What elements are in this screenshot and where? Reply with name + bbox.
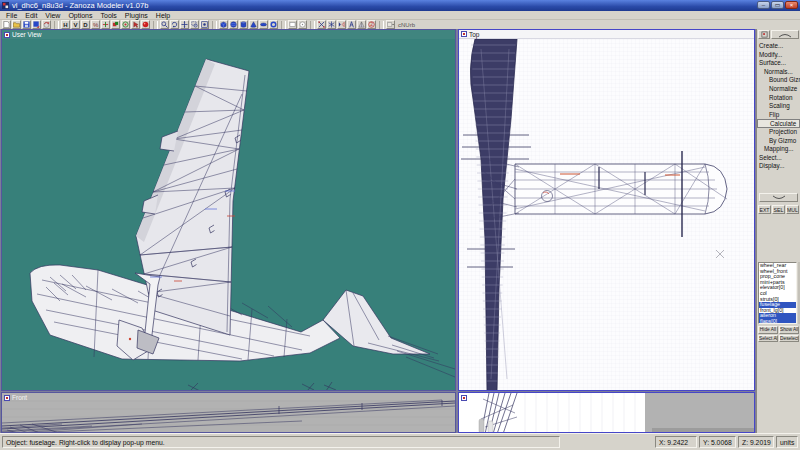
cylinder-button[interactable] (239, 20, 248, 29)
export-button[interactable] (32, 20, 41, 29)
command-calculate[interactable]: Calculate (757, 119, 800, 128)
top-caption[interactable]: Top (459, 30, 754, 39)
maximize-button[interactable]: ▭ (771, 1, 784, 9)
command-flip[interactable]: Flip (757, 111, 800, 120)
d-mode-button[interactable]: D (81, 20, 90, 29)
scale-tool-button[interactable] (317, 20, 326, 29)
zoom-extents-button[interactable] (200, 20, 209, 29)
open-button[interactable] (12, 20, 21, 29)
scroll-up-button[interactable] (771, 30, 799, 39)
new-button[interactable] (2, 20, 11, 29)
front-caption[interactable]: Front (2, 393, 455, 402)
viewport-menu-icon[interactable] (4, 395, 10, 401)
viewport-menu-icon[interactable] (461, 395, 467, 401)
viewport-top[interactable]: Top (458, 29, 755, 391)
menu-item-options[interactable]: Options (64, 11, 96, 20)
command-rotation[interactable]: Rotation (757, 94, 800, 103)
snap-button[interactable]: % (91, 20, 100, 29)
edit-mode-button[interactable] (121, 20, 130, 29)
cone-button[interactable] (249, 20, 258, 29)
menu-bar: FileEditViewOptionsToolsPluginsHelp (0, 11, 800, 20)
select-all-button[interactable]: Select All (758, 335, 778, 343)
sphere-button[interactable] (229, 20, 238, 29)
star-tool-button[interactable] (327, 20, 336, 29)
menu-item-plugins[interactable]: Plugins (121, 11, 152, 20)
axes-button[interactable] (101, 20, 110, 29)
box-icon (220, 21, 227, 28)
status-y-coordinate: Y: 5.0068 (699, 436, 736, 448)
render-button[interactable] (141, 20, 150, 29)
show-all-button[interactable]: Show All (779, 326, 799, 334)
command-by-gizmo[interactable]: By Gizmo (757, 137, 800, 146)
menu-item-view[interactable]: View (41, 11, 64, 20)
close-button[interactable]: × (785, 1, 798, 9)
object-row-flaps-0-[interactable]: flaps[0] (759, 319, 796, 324)
command-normalize[interactable]: Normalize (757, 85, 800, 94)
import-button[interactable] (42, 20, 51, 29)
object-list[interactable]: wheel_rearwheel_frontprop_conemini+parts… (758, 262, 797, 324)
uv2-tool-button[interactable]: 2 (367, 20, 376, 29)
menu-item-file[interactable]: File (2, 11, 21, 20)
h-mode-button[interactable]: H (61, 20, 70, 29)
viewport-front[interactable]: Front (1, 392, 456, 433)
user-view-canvas[interactable] (2, 39, 455, 391)
viewport-user-view[interactable]: User View (1, 29, 456, 391)
menu-item-help[interactable]: Help (152, 11, 174, 20)
command-modify[interactable]: Modify... (757, 51, 800, 60)
torus-button[interactable] (269, 20, 278, 29)
deselect-button[interactable]: Deselect (779, 335, 799, 343)
sphere-icon (230, 21, 237, 28)
command-surface[interactable]: Surface... (757, 59, 800, 68)
viewport-left-bottom[interactable] (458, 392, 755, 433)
select-mode-button[interactable] (131, 20, 140, 29)
ext-mode-button[interactable]: EXT (758, 205, 771, 214)
nurb-label: cNUrb (398, 22, 415, 28)
menu-item-edit[interactable]: Edit (21, 11, 41, 20)
rect-outline-button[interactable] (288, 20, 297, 29)
circle-outline-button[interactable] (298, 20, 307, 29)
scroll-down-button[interactable] (759, 193, 798, 202)
user-view-caption[interactable]: User View (2, 30, 455, 39)
mirror-tool-button[interactable] (337, 20, 346, 29)
command-scaling[interactable]: Scaling (757, 102, 800, 111)
toolbar-separator (153, 21, 158, 29)
command-projection[interactable]: Projection (757, 128, 800, 137)
save-button[interactable] (22, 20, 31, 29)
toolbar-separator (212, 21, 217, 29)
rotate-view-button[interactable] (170, 20, 179, 29)
viewport-menu-icon[interactable] (461, 31, 467, 37)
title-bar[interactable]: vl_dhc6_n8u3d - Zanoza Modeler v1.07b – … (0, 0, 800, 11)
hide-all-button[interactable]: Hide All (758, 326, 778, 334)
rect-outline-icon (289, 21, 296, 28)
config-icon (761, 31, 768, 38)
minimize-button[interactable]: – (757, 1, 770, 9)
faces-tool-button[interactable] (357, 20, 366, 29)
v-mode-button[interactable]: V (71, 20, 80, 29)
menu-item-tools[interactable]: Tools (97, 11, 121, 20)
command-list: Create...Modify...Surface...Normals...Bo… (757, 42, 800, 171)
app-window: vl_dhc6_n8u3d - Zanoza Modeler v1.07b – … (0, 0, 800, 450)
box-button[interactable] (219, 20, 228, 29)
bones-tool-button[interactable] (347, 20, 356, 29)
toolbar-separator (54, 21, 59, 29)
top-view-canvas[interactable] (459, 39, 754, 391)
command-display[interactable]: Display... (757, 162, 800, 171)
command-sidebar: Create...Modify...Surface...Normals...Bo… (756, 29, 800, 433)
command-normals[interactable]: Normals... (757, 68, 800, 77)
zoom-region-button[interactable] (190, 20, 199, 29)
window-title: vl_dhc6_n8u3d - Zanoza Modeler v1.07b (12, 0, 148, 11)
nurb-handle-button[interactable] (386, 20, 395, 29)
command-create[interactable]: Create... (757, 42, 800, 51)
zoom-button[interactable] (160, 20, 169, 29)
left-bottom-caption[interactable] (459, 393, 754, 402)
viewport-menu-icon[interactable] (4, 32, 10, 38)
sidebar-config-button[interactable] (758, 30, 770, 39)
command-mapping[interactable]: Mapping... (757, 145, 800, 154)
pan-button[interactable] (180, 20, 189, 29)
command-bound-gizmo[interactable]: Bound Gizmo (757, 76, 800, 85)
mul-mode-button[interactable]: MUL (786, 205, 799, 214)
object-mode-button[interactable] (111, 20, 120, 29)
ellipse-button[interactable] (259, 20, 268, 29)
sel-mode-button[interactable]: SEL (772, 205, 785, 214)
command-select[interactable]: Select... (757, 154, 800, 163)
